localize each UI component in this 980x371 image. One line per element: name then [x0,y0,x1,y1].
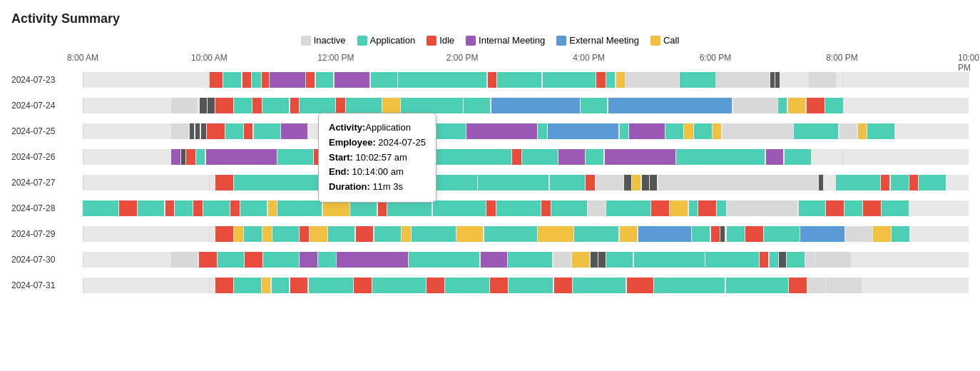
table-row: 2024-07-26 [11,147,969,167]
activity-bar[interactable] [83,98,969,113]
activity-bar[interactable] [83,200,969,216]
chart-area: 8:00 AM 10:00 AM 12:00 PM 2:00 PM 4:00 P… [11,53,969,295]
table-row: 2024-07-23 [11,70,969,90]
table-row: 2024-07-30 [11,250,969,270]
date-label: 2024-07-31 [11,280,83,290]
time-axis: 8:00 AM 10:00 AM 12:00 PM 2:00 PM 4:00 P… [83,53,969,67]
rows-container: Activity:Application Employee: 2024-07-2… [11,70,969,295]
date-label: 2024-07-30 [11,255,83,265]
activity-bar[interactable] [83,72,969,88]
legend-call: Call [650,35,679,46]
date-label: 2024-07-27 [11,178,83,188]
date-label: 2024-07-25 [11,126,83,136]
legend-idle: Idle [427,35,454,46]
legend-internal-meeting: Internal Meeting [466,35,545,46]
date-label: 2024-07-23 [11,75,83,85]
date-label: 2024-07-24 [11,101,83,111]
table-row: 2024-07-28 [11,198,969,218]
date-label: 2024-07-26 [11,152,83,162]
activity-bar[interactable] [83,278,969,293]
table-row: 2024-07-25 [11,121,969,141]
date-label: 2024-07-28 [11,203,83,213]
date-label: 2024-07-29 [11,229,83,239]
table-row: 2024-07-29 [11,224,969,244]
activity-bar[interactable] [83,252,969,268]
legend-inactive: Inactive [301,35,346,46]
legend: Inactive Application Idle Internal Meeti… [11,35,969,46]
activity-bar[interactable] [83,226,969,242]
activity-bar[interactable] [83,175,969,190]
activity-bar[interactable] [83,123,969,139]
legend-application: Application [357,35,416,46]
legend-external-meeting: External Meeting [556,35,639,46]
table-row: 2024-07-31 [11,275,969,295]
table-row: 2024-07-27 [11,173,969,193]
activity-bar[interactable] [83,149,969,165]
page-title: Activity Summary [11,11,969,26]
table-row: 2024-07-24 [11,96,969,116]
